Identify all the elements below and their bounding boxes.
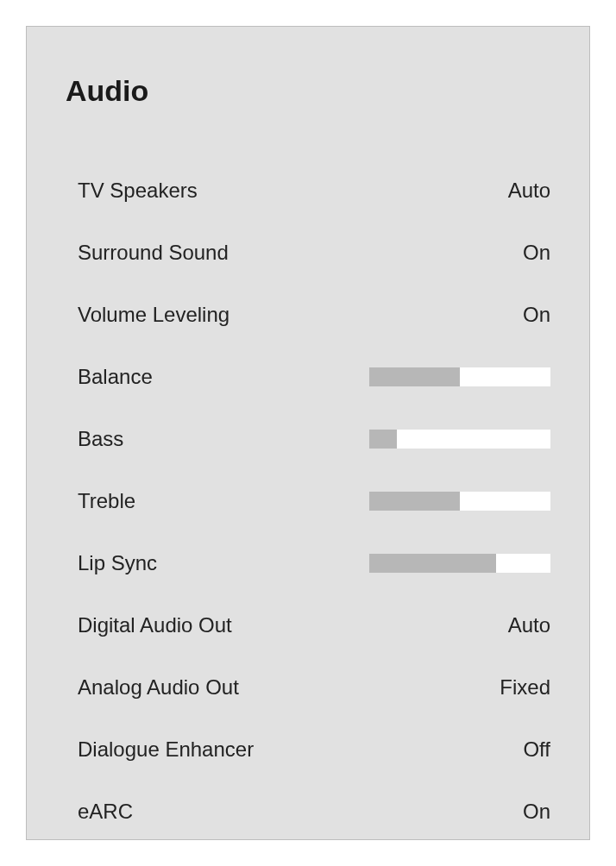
treble-slider[interactable] — [369, 492, 550, 511]
setting-value: Auto — [508, 613, 550, 637]
setting-label: Digital Audio Out — [78, 613, 232, 637]
setting-digital-audio-out[interactable]: Digital Audio Out Auto — [78, 594, 550, 656]
setting-label: Balance — [78, 365, 153, 389]
settings-list: TV Speakers Auto Surround Sound On Volum… — [66, 160, 550, 843]
setting-label: Volume Leveling — [78, 303, 229, 327]
slider-fill — [369, 492, 460, 511]
setting-value: Off — [523, 737, 550, 762]
setting-label: Lip Sync — [78, 551, 157, 575]
slider-fill — [369, 367, 460, 386]
audio-settings-panel: Audio TV Speakers Auto Surround Sound On… — [26, 26, 590, 840]
setting-label: TV Speakers — [78, 179, 198, 203]
setting-label: Surround Sound — [78, 241, 229, 265]
page-title: Audio — [66, 74, 550, 108]
setting-label: eARC — [78, 800, 133, 824]
setting-value: Auto — [508, 179, 550, 203]
setting-bass[interactable]: Bass — [78, 408, 550, 470]
setting-value: Fixed — [500, 675, 550, 700]
setting-earc[interactable]: eARC On — [78, 781, 550, 843]
setting-dialogue-enhancer[interactable]: Dialogue Enhancer Off — [78, 719, 550, 781]
setting-value: On — [523, 303, 550, 327]
bass-slider[interactable] — [369, 430, 550, 449]
setting-label: Treble — [78, 489, 135, 513]
setting-treble[interactable]: Treble — [78, 470, 550, 532]
setting-lip-sync[interactable]: Lip Sync — [78, 532, 550, 594]
setting-tv-speakers[interactable]: TV Speakers Auto — [78, 160, 550, 222]
setting-analog-audio-out[interactable]: Analog Audio Out Fixed — [78, 656, 550, 719]
lip-sync-slider[interactable] — [369, 554, 550, 573]
setting-balance[interactable]: Balance — [78, 346, 550, 408]
setting-volume-leveling[interactable]: Volume Leveling On — [78, 284, 550, 346]
balance-slider[interactable] — [369, 367, 550, 386]
slider-fill — [369, 554, 496, 573]
setting-label: Bass — [78, 427, 123, 451]
setting-value: On — [523, 800, 550, 824]
setting-value: On — [523, 241, 550, 265]
setting-label: Dialogue Enhancer — [78, 737, 254, 762]
setting-surround-sound[interactable]: Surround Sound On — [78, 222, 550, 284]
slider-fill — [369, 430, 397, 449]
setting-label: Analog Audio Out — [78, 675, 239, 700]
